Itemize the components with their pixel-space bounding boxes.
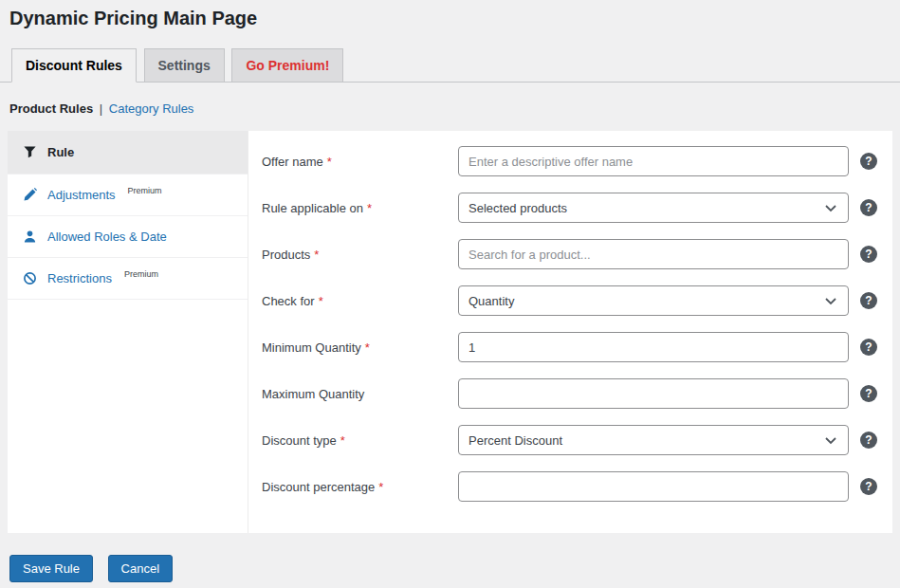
footer-actions: Save Rule Cancel: [0, 533, 900, 582]
help-icon[interactable]: ?: [860, 199, 877, 216]
save-rule-button[interactable]: Save Rule: [9, 555, 93, 582]
field-label: Rule applicable on*: [262, 201, 458, 215]
help-icon[interactable]: ?: [860, 292, 877, 309]
discount-type-select[interactable]: Percent Discount: [458, 425, 849, 455]
rule-applicable-select[interactable]: Selected products: [458, 193, 849, 223]
field-label-text: Discount percentage: [262, 480, 375, 494]
rule-form: Offer name* ? Rule applicable on* Select…: [248, 131, 892, 533]
discount-percentage-input[interactable]: [458, 471, 849, 502]
field-label-text: Check for: [262, 294, 315, 308]
help-icon[interactable]: ?: [860, 478, 877, 495]
block-icon: [23, 271, 37, 285]
form-row-minimum-quantity: Minimum Quantity* ?: [262, 332, 877, 362]
required-asterisk: *: [365, 340, 370, 355]
form-row-offer-name: Offer name* ?: [262, 146, 877, 176]
breadcrumb: Product Rules | Category Rules: [0, 83, 900, 131]
field-label: Discount type*: [262, 433, 458, 448]
help-icon[interactable]: ?: [860, 339, 877, 356]
check-for-select[interactable]: Quantity: [458, 285, 849, 316]
help-icon[interactable]: ?: [860, 385, 877, 402]
field-label-text: Minimum Quantity: [262, 340, 361, 355]
required-asterisk: *: [327, 155, 332, 169]
help-icon[interactable]: ?: [860, 432, 877, 449]
sidebar-item-rule[interactable]: Rule: [8, 131, 248, 175]
sidebar-item-label: Adjustments: [47, 188, 116, 202]
sidebar-item-allowed-roles-date[interactable]: Allowed Roles & Date: [8, 216, 248, 258]
required-asterisk: *: [378, 480, 383, 494]
field-label: Discount percentage*: [262, 480, 458, 494]
required-asterisk: *: [319, 294, 323, 308]
form-row-maximum-quantity: Maximum Quantity ?: [262, 378, 877, 409]
sidebar-item-label: Restrictions: [47, 271, 112, 285]
form-row-discount-percentage: Discount percentage* ?: [262, 471, 877, 502]
select-value: Selected products: [468, 201, 567, 215]
required-asterisk: *: [367, 201, 372, 215]
offer-name-input[interactable]: [458, 146, 849, 176]
page-title: Dynamic Pricing Main Page: [0, 0, 900, 29]
field-label-text: Products: [262, 248, 310, 262]
field-label: Offer name*: [262, 155, 458, 169]
field-label: Maximum Quantity: [262, 387, 458, 401]
chevron-down-icon: [825, 433, 836, 448]
sidebar-item-adjustments[interactable]: Adjustments Premium: [8, 175, 248, 216]
form-row-rule-applicable: Rule applicable on* Selected products ?: [262, 193, 877, 223]
field-label-text: Discount type: [262, 433, 337, 448]
form-row-check-for: Check for* Quantity ?: [262, 285, 877, 316]
form-row-products: Products* ?: [262, 239, 877, 269]
user-icon: [23, 230, 37, 244]
field-label: Minimum Quantity*: [262, 340, 458, 355]
sidebar-item-label: Rule: [47, 145, 74, 159]
field-label: Products*: [262, 248, 458, 262]
premium-badge: Premium: [128, 186, 162, 195]
sidebar-item-restrictions[interactable]: Restrictions Premium: [8, 258, 248, 300]
help-icon[interactable]: ?: [860, 153, 877, 170]
main-panel: Rule Adjustments Premium Allowed Roles &…: [8, 131, 892, 533]
rule-sidebar: Rule Adjustments Premium Allowed Roles &…: [8, 131, 248, 533]
select-value: Percent Discount: [468, 433, 562, 448]
field-label: Check for*: [262, 294, 458, 308]
pencil-icon: [23, 188, 37, 202]
select-value: Quantity: [468, 294, 514, 308]
premium-badge: Premium: [124, 269, 158, 279]
chevron-down-icon: [825, 201, 836, 215]
subnav-product-rules[interactable]: Product Rules: [9, 101, 93, 116]
sidebar-item-label: Allowed Roles & Date: [47, 230, 167, 244]
tab-bar: Discount Rules Settings Go Premium!: [0, 48, 900, 83]
minimum-quantity-input[interactable]: [458, 332, 849, 362]
products-search-input[interactable]: [458, 239, 849, 269]
tab-go-premium[interactable]: Go Premium!: [231, 48, 343, 83]
filter-icon: [23, 145, 37, 159]
tab-discount-rules[interactable]: Discount Rules: [11, 48, 137, 83]
field-label-text: Rule applicable on: [262, 201, 363, 215]
required-asterisk: *: [314, 248, 319, 262]
chevron-down-icon: [825, 294, 836, 308]
form-row-discount-type: Discount type* Percent Discount ?: [262, 425, 877, 455]
field-label-text: Offer name: [262, 155, 323, 169]
subnav-category-rules[interactable]: Category Rules: [109, 101, 194, 116]
maximum-quantity-input[interactable]: [458, 378, 849, 409]
help-icon[interactable]: ?: [860, 246, 877, 263]
subnav-separator: |: [100, 101, 102, 116]
required-asterisk: *: [340, 433, 345, 448]
field-label-text: Maximum Quantity: [262, 387, 364, 401]
cancel-button[interactable]: Cancel: [108, 555, 173, 582]
tab-settings[interactable]: Settings: [144, 48, 225, 83]
